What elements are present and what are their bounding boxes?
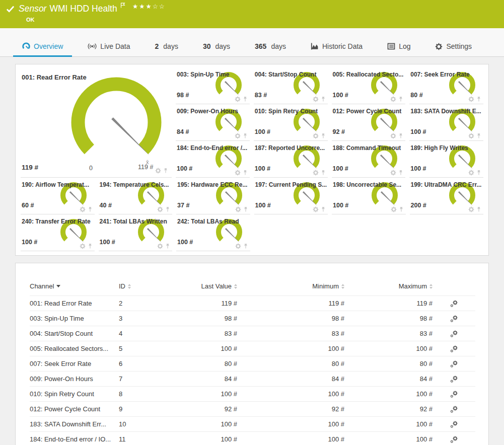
gear-icon[interactable]: [313, 133, 319, 139]
cell-minimum: 84 #: [237, 372, 344, 387]
gear-icon[interactable]: [157, 243, 163, 249]
edit-channel-icon[interactable]: [450, 300, 458, 308]
gear-icon[interactable]: [235, 133, 241, 139]
gear-icon[interactable]: [235, 170, 241, 176]
stars-filled[interactable]: ★★★: [132, 3, 153, 10]
tab-log[interactable]: Log: [378, 42, 419, 57]
pin-icon[interactable]: [242, 96, 248, 102]
pin-icon[interactable]: [476, 170, 482, 176]
edit-channel-icon[interactable]: [450, 436, 458, 443]
gauge-value: 84 #: [177, 128, 189, 135]
edit-channel-icon[interactable]: [450, 360, 458, 368]
gauge-tools: [235, 170, 248, 176]
pin-icon[interactable]: [165, 206, 171, 212]
tab-label: Overview: [34, 42, 63, 50]
pin-icon[interactable]: [87, 243, 93, 249]
gear-icon[interactable]: [157, 206, 163, 212]
pin-icon[interactable]: [163, 168, 169, 174]
gear-icon[interactable]: [155, 168, 161, 174]
tab-365-days[interactable]: 365 days: [246, 42, 295, 57]
edit-channel-icon[interactable]: [450, 345, 458, 353]
pin-icon[interactable]: [398, 96, 404, 102]
sort-icon: [429, 284, 433, 289]
edit-channel-icon[interactable]: [450, 330, 458, 338]
cell-last-value: 100 #: [169, 387, 237, 402]
gear-icon[interactable]: [80, 243, 86, 249]
tab-historic-data[interactable]: Historic Data: [302, 42, 372, 57]
tab-live-data[interactable]: Live Data: [79, 42, 139, 57]
gauge-tools: [157, 243, 171, 249]
column-header-channel[interactable]: Channel: [30, 282, 119, 296]
gear-icon[interactable]: [313, 96, 319, 102]
table-row: 184: End-to-End error / IO... 11 100 # 1…: [30, 432, 475, 445]
column-header-minimum[interactable]: Minimum: [237, 282, 344, 296]
gear-icon[interactable]: [390, 170, 396, 176]
tab-label: Historic Data: [322, 42, 363, 50]
gear-icon[interactable]: [235, 206, 241, 212]
gauge-tools: [80, 243, 93, 249]
pin-icon[interactable]: [320, 170, 326, 176]
gauge-tile: 003: Spin-Up Time 98 #: [176, 67, 250, 104]
edit-channel-icon[interactable]: [450, 406, 458, 413]
cell-minimum: 100 #: [237, 387, 344, 402]
gear-icon[interactable]: [235, 243, 241, 249]
pin-icon[interactable]: [242, 170, 248, 176]
edit-channel-icon[interactable]: [450, 421, 458, 428]
pin-icon[interactable]: [320, 133, 326, 139]
gear-icon[interactable]: [468, 206, 474, 212]
gauge-title: 183: SATA Downshift E...: [409, 104, 483, 115]
gauge-title: 187: Reported Uncorre...: [254, 141, 328, 152]
gear-icon[interactable]: [313, 170, 319, 176]
priority-stars[interactable]: ★★★☆☆: [132, 3, 166, 10]
tab-2-days[interactable]: 2 days: [146, 42, 187, 57]
gear-icon[interactable]: [391, 206, 397, 212]
gear-icon[interactable]: [80, 206, 86, 212]
gauge-value: 100 #: [177, 239, 193, 246]
sensor-type-label: Sensor: [19, 4, 46, 14]
column-header-maximum[interactable]: Maximum: [344, 282, 433, 296]
pin-icon[interactable]: [398, 170, 404, 176]
gauge-tools: [235, 133, 248, 139]
gear-icon[interactable]: [390, 133, 396, 139]
gear-icon[interactable]: [313, 206, 319, 212]
pin-icon[interactable]: [320, 96, 326, 102]
edit-channel-icon[interactable]: [450, 376, 458, 383]
pin-icon[interactable]: [320, 206, 326, 212]
column-header-id[interactable]: ID: [119, 282, 169, 296]
cell-channel: 183: SATA Downshift Err...: [30, 417, 119, 432]
pin-icon[interactable]: [398, 133, 404, 139]
gear-icon[interactable]: [468, 133, 474, 139]
cell-channel: 184: End-to-End error / IO...: [30, 432, 119, 445]
cell-maximum: 100 #: [344, 387, 433, 402]
edit-channel-icon[interactable]: [450, 315, 458, 323]
column-label: ID: [119, 282, 125, 290]
cell-maximum: 100 #: [344, 417, 433, 432]
pin-icon[interactable]: [476, 206, 482, 212]
gear-icon[interactable]: [235, 96, 241, 102]
pin-icon[interactable]: [398, 206, 404, 212]
pin-icon[interactable]: [165, 243, 171, 249]
gear-icon[interactable]: [390, 96, 396, 102]
tab-30-days[interactable]: 30 days: [194, 42, 239, 57]
gear-icon[interactable]: [468, 96, 474, 102]
edit-channel-icon[interactable]: [450, 391, 458, 398]
gauge-tab-icon: [22, 42, 30, 50]
pin-icon[interactable]: [476, 133, 482, 139]
gear-icon[interactable]: [468, 170, 474, 176]
pin-icon[interactable]: [242, 133, 248, 139]
priority-flag-icon[interactable]: [120, 0, 125, 11]
pin-icon[interactable]: [476, 96, 482, 102]
pin-icon[interactable]: [243, 206, 249, 212]
gauge-value: 200 #: [411, 202, 426, 209]
big-gauge-tile: 001: Read Error Rate x̄ 0 119 # 119 #: [21, 67, 172, 178]
cell-last-value: 100 #: [169, 432, 237, 445]
pin-icon[interactable]: [243, 243, 249, 249]
cell-channel: 012: Power Cycle Count: [30, 402, 119, 417]
column-header-last-value[interactable]: Last Value: [169, 282, 237, 296]
gauge-tile: 195: Hardware ECC Re... 37 #: [176, 178, 250, 214]
stars-empty[interactable]: ☆☆: [153, 3, 166, 10]
tab-overview[interactable]: Overview: [13, 42, 72, 57]
tab-settings[interactable]: Settings: [426, 42, 475, 57]
tab-label: days: [163, 42, 178, 50]
pin-icon[interactable]: [87, 206, 93, 212]
